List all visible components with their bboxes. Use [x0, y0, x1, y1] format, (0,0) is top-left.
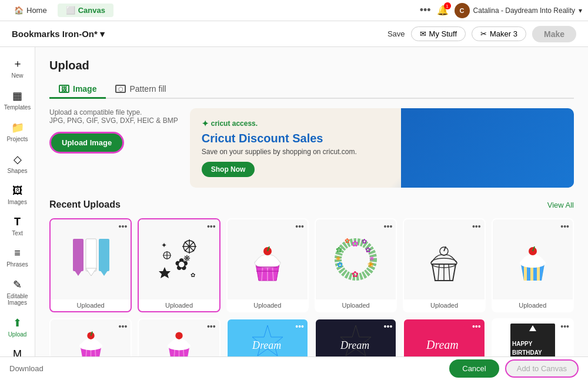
upload-card-0[interactable]: ••• Uploaded: [49, 218, 132, 312]
save-button[interactable]: Save: [387, 29, 405, 38]
upload-card-img-10: ••• Dream: [404, 319, 484, 356]
upload-card-11[interactable]: ••• HAPPY BIRTHDAY: [492, 318, 574, 356]
make-button[interactable]: Make: [532, 26, 576, 42]
card-menu-icon-6[interactable]: •••: [119, 322, 128, 331]
sidebar-item-shapes[interactable]: ◇ Shapes: [2, 148, 34, 179]
tab-pattern-fill[interactable]: ⬡ Pattern fill: [106, 81, 175, 99]
notification-badge: 1: [444, 2, 451, 9]
mystuff-icon: ✉: [420, 29, 426, 38]
monogram-icon: M: [13, 348, 22, 356]
svg-text:✿: ✿: [345, 237, 350, 244]
upload-card-9[interactable]: ••• Dream: [315, 318, 397, 356]
bottom-bar-right: Cancel Add to Canvas: [449, 359, 579, 378]
sidebar-item-upload[interactable]: ⬆ Upload: [2, 312, 34, 342]
happy-bday-svg: HAPPY BIRTHDAY: [509, 322, 556, 356]
card-menu-icon-8[interactable]: •••: [295, 322, 304, 331]
sidebar-item-monogram[interactable]: M Monogram: [2, 344, 34, 356]
svg-line-36: [438, 264, 439, 281]
upload-card-img-6: •••: [51, 319, 131, 356]
svg-text:❋: ❋: [183, 254, 191, 263]
ad-subtitle: Save on your supplies by shopping on cri…: [202, 148, 562, 156]
upload-card-5[interactable]: •••: [492, 218, 574, 312]
shop-now-button[interactable]: Shop Now: [202, 162, 255, 177]
upload-card-6[interactable]: •••: [49, 318, 132, 356]
title-bar: Bookmarks Iron-On* ▾ Save ✉ My Stuff ✂ M…: [0, 21, 588, 47]
dream-pink-svg: Dream: [420, 322, 467, 356]
upload-card-3[interactable]: ••• ✿ ✿ ❀ ✿ ✿ ✿ ✿ ✿ ❋ ❋: [315, 218, 397, 312]
tab-home[interactable]: 🏠 Home: [6, 4, 55, 17]
upload-card-img-4: •••: [404, 219, 484, 299]
svg-text:✦: ✦: [161, 241, 167, 249]
card-menu-icon-9[interactable]: •••: [384, 322, 393, 331]
card-menu-icon-0[interactable]: •••: [119, 222, 128, 231]
avatar: C: [455, 3, 470, 18]
sidebar-label-new: New: [11, 72, 23, 79]
tab-canvas[interactable]: ⬜ Canvas: [58, 4, 113, 17]
upload-card-img-3: ••• ✿ ✿ ❀ ✿ ✿ ✿ ✿ ✿ ❋ ❋: [316, 219, 396, 299]
shapes-icon: ◇: [14, 153, 22, 166]
dream-blue-svg: Dream: [244, 322, 291, 356]
content-area: Upload 🖼 Image ⬡ Pattern fill Upload a c…: [35, 47, 588, 356]
sidebar-item-projects[interactable]: 📁 Projects: [2, 116, 34, 147]
cancel-button[interactable]: Cancel: [449, 359, 499, 378]
view-all-button[interactable]: View All: [547, 201, 574, 209]
svg-text:Dream: Dream: [252, 339, 281, 351]
sidebar-label-shapes: Shapes: [8, 168, 28, 174]
sidebar-item-new[interactable]: ＋ New: [2, 52, 34, 84]
svg-text:Dream: Dream: [426, 338, 459, 351]
sidebar-item-text[interactable]: T Text: [2, 211, 34, 241]
card-menu-icon-5[interactable]: •••: [560, 222, 569, 231]
sidebar-item-images[interactable]: 🖼 Images: [2, 180, 34, 210]
notifications-button[interactable]: 🔔 1: [437, 5, 449, 16]
sidebar-item-templates[interactable]: ▦ Templates: [2, 85, 34, 115]
upload-card-10[interactable]: ••• Dream: [403, 318, 485, 356]
upload-card-8[interactable]: ••• Dream: [226, 318, 309, 356]
svg-text:✿: ✿: [362, 238, 367, 245]
my-stuff-button[interactable]: ✉ My Stuff: [411, 26, 466, 41]
upload-card-4[interactable]: ••• Uploaded: [403, 218, 485, 312]
svg-text:✿: ✿: [336, 245, 342, 254]
main-layout: ＋ New ▦ Templates 📁 Projects ◇ Shapes 🖼 …: [0, 47, 588, 356]
cupcake2-svg: [420, 235, 467, 285]
upload-card-img-7: •••: [139, 319, 219, 356]
upload-card-img-0: •••: [51, 219, 131, 299]
upload-card-label-4: Uploaded: [404, 299, 484, 311]
more-options-icon[interactable]: •••: [420, 4, 431, 16]
card-menu-icon-7[interactable]: •••: [207, 322, 216, 331]
download-button[interactable]: Download: [9, 364, 44, 373]
svg-rect-0: [73, 239, 83, 271]
upload-card-7[interactable]: •••: [138, 318, 220, 356]
chevron-down-icon: ▾: [579, 6, 582, 15]
svg-marker-3: [86, 268, 96, 276]
upload-card-img-5: •••: [493, 219, 573, 299]
file-types-label: Upload a compatible file type. JPG, PNG,…: [49, 108, 178, 125]
sidebar-item-editable-images[interactable]: ✎ Editable Images: [2, 274, 34, 311]
upload-card-2[interactable]: •••: [226, 218, 309, 312]
home-icon: 🏠: [14, 6, 24, 15]
card-menu-icon-11[interactable]: •••: [560, 322, 569, 331]
add-to-canvas-button[interactable]: Add to Canvas: [505, 359, 579, 378]
flowers-svg: ✿ ❋ ✦ ✿: [154, 235, 204, 285]
user-menu[interactable]: C Catalina - Daydream Into Reality ▾: [455, 3, 582, 18]
svg-rect-2: [86, 239, 96, 271]
card-menu-icon-3[interactable]: •••: [384, 222, 393, 231]
upload-card-label-5: Uploaded: [493, 299, 573, 311]
upload-card-img-1: •••: [139, 219, 219, 299]
card-menu-icon-4[interactable]: •••: [472, 222, 481, 231]
tab-image[interactable]: 🖼 Image: [49, 81, 106, 99]
sidebar-item-phrases[interactable]: ≡ Phrases: [2, 242, 34, 272]
bottom-bar: Download Cancel Add to Canvas: [0, 356, 588, 380]
maker-icon: ✂: [480, 29, 487, 38]
pattern-tab-icon: ⬡: [115, 85, 126, 93]
upload-card-1[interactable]: •••: [138, 218, 220, 312]
project-title-area[interactable]: Bookmarks Iron-On* ▾: [12, 29, 105, 39]
card-menu-icon-2[interactable]: •••: [295, 222, 304, 231]
upload-left: Upload a compatible file type. JPG, PNG,…: [49, 108, 178, 154]
svg-rect-42: [520, 264, 524, 282]
card-menu-icon-10[interactable]: •••: [472, 322, 481, 331]
upload-image-button[interactable]: Upload Image: [49, 132, 124, 154]
maker-button[interactable]: ✂ Maker 3: [472, 26, 526, 41]
svg-rect-4: [99, 239, 109, 271]
card-menu-icon-1[interactable]: •••: [207, 222, 216, 231]
templates-icon: ▦: [12, 89, 22, 102]
